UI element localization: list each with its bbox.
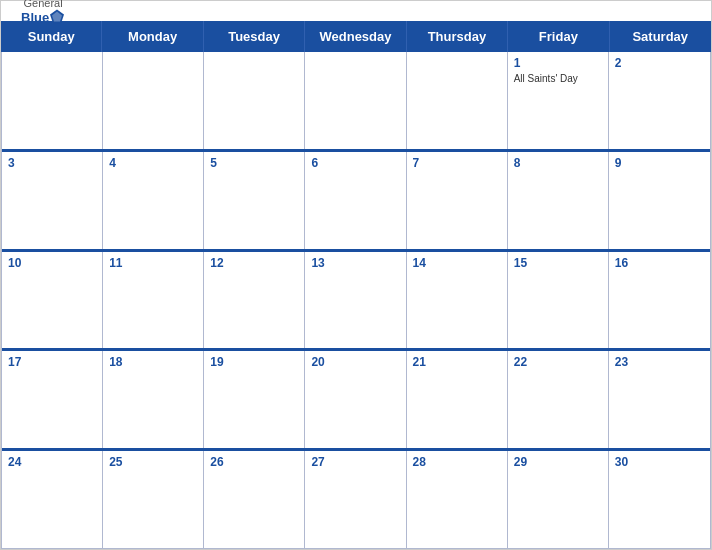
calendar-cell: 16: [609, 252, 710, 349]
calendar-cell: 26: [204, 451, 305, 548]
calendar-cell: 20: [305, 351, 406, 448]
logo-blue: Blue: [21, 10, 49, 23]
date-number: 13: [311, 256, 399, 270]
date-number: 3: [8, 156, 96, 170]
calendar-cell: 1All Saints' Day: [508, 52, 609, 149]
day-headers: SundayMondayTuesdayWednesdayThursdayFrid…: [1, 21, 711, 52]
date-number: 5: [210, 156, 298, 170]
calendar-cell: 18: [103, 351, 204, 448]
week-row-4: 17181920212223: [2, 348, 710, 448]
day-header-thursday: Thursday: [407, 21, 508, 52]
calendar-cell: 13: [305, 252, 406, 349]
date-number: 4: [109, 156, 197, 170]
calendar-cell: 14: [407, 252, 508, 349]
calendar-cell: 3: [2, 152, 103, 249]
date-number: 11: [109, 256, 197, 270]
date-number: 28: [413, 455, 501, 469]
day-header-saturday: Saturday: [610, 21, 711, 52]
calendar-header: General Blue: [1, 1, 711, 21]
calendar-container: General Blue SundayMondayTuesdayWednesda…: [0, 0, 712, 550]
date-number: 10: [8, 256, 96, 270]
logo-general: General: [24, 0, 63, 9]
date-number: 14: [413, 256, 501, 270]
calendar-cell: 10: [2, 252, 103, 349]
logo: General Blue: [21, 0, 65, 25]
calendar-cell: 21: [407, 351, 508, 448]
date-number: 20: [311, 355, 399, 369]
date-number: 6: [311, 156, 399, 170]
week-row-2: 3456789: [2, 149, 710, 249]
date-number: 8: [514, 156, 602, 170]
date-number: 16: [615, 256, 704, 270]
date-number: 25: [109, 455, 197, 469]
date-number: 9: [615, 156, 704, 170]
date-number: 17: [8, 355, 96, 369]
calendar-cell: 28: [407, 451, 508, 548]
calendar-cell: 19: [204, 351, 305, 448]
calendar-cell: 8: [508, 152, 609, 249]
day-header-monday: Monday: [102, 21, 203, 52]
calendar-cell: 22: [508, 351, 609, 448]
day-header-sunday: Sunday: [1, 21, 102, 52]
calendar-cell: 30: [609, 451, 710, 548]
date-number: 22: [514, 355, 602, 369]
calendar-cell: 15: [508, 252, 609, 349]
calendar-cell: 9: [609, 152, 710, 249]
calendar-cell: [305, 52, 406, 149]
calendar-cell: 27: [305, 451, 406, 548]
calendar-grid: 1All Saints' Day234567891011121314151617…: [1, 52, 711, 549]
day-header-tuesday: Tuesday: [204, 21, 305, 52]
date-number: 1: [514, 56, 602, 70]
day-header-wednesday: Wednesday: [305, 21, 406, 52]
calendar-cell: 6: [305, 152, 406, 249]
date-number: 19: [210, 355, 298, 369]
week-row-1: 1All Saints' Day2: [2, 52, 710, 149]
date-number: 27: [311, 455, 399, 469]
calendar-cell: 7: [407, 152, 508, 249]
calendar-cell: 17: [2, 351, 103, 448]
calendar-cell: 12: [204, 252, 305, 349]
date-number: 12: [210, 256, 298, 270]
calendar-cell: 24: [2, 451, 103, 548]
date-number: 26: [210, 455, 298, 469]
date-number: 23: [615, 355, 704, 369]
week-row-5: 24252627282930: [2, 448, 710, 548]
calendar-cell: [204, 52, 305, 149]
calendar-cell: 4: [103, 152, 204, 249]
calendar-cell: 5: [204, 152, 305, 249]
calendar-cell: [2, 52, 103, 149]
date-number: 30: [615, 455, 704, 469]
calendar-cell: 11: [103, 252, 204, 349]
calendar-cell: [407, 52, 508, 149]
date-number: 29: [514, 455, 602, 469]
calendar-cell: 2: [609, 52, 710, 149]
calendar-cell: [103, 52, 204, 149]
calendar-cell: 29: [508, 451, 609, 548]
logo-icon: [49, 9, 65, 25]
date-number: 15: [514, 256, 602, 270]
holiday-label: All Saints' Day: [514, 72, 602, 85]
week-row-3: 10111213141516: [2, 249, 710, 349]
date-number: 2: [615, 56, 704, 70]
date-number: 24: [8, 455, 96, 469]
calendar-cell: 23: [609, 351, 710, 448]
date-number: 7: [413, 156, 501, 170]
date-number: 21: [413, 355, 501, 369]
calendar-cell: 25: [103, 451, 204, 548]
date-number: 18: [109, 355, 197, 369]
day-header-friday: Friday: [508, 21, 609, 52]
